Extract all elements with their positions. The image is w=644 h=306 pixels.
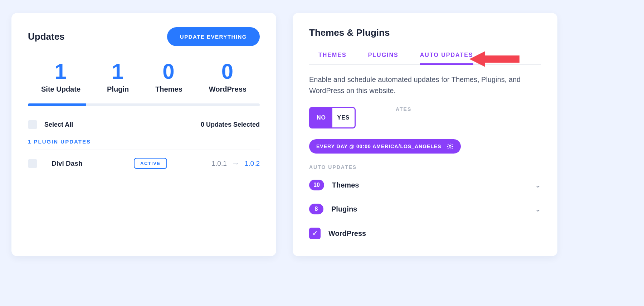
count-pill: 10 (309, 180, 324, 190)
updates-progress (28, 103, 260, 106)
chevron-down-icon: ⌄ (535, 205, 541, 213)
row-label: Themes (332, 181, 359, 189)
themes-plugins-panel: Themes & Plugins THEMES PLUGINS AUTO UPD… (293, 13, 557, 256)
schedule-pill[interactable]: EVERY DAY @ 00:00 AMERICA/LOS_ANGELES (309, 139, 461, 154)
select-all-checkbox[interactable] (28, 120, 37, 129)
chevron-down-icon: ⌄ (535, 181, 541, 189)
updates-panel: Updates UPDATE EVERYTHING 1 Site Update … (11, 13, 276, 256)
plugin-row-checkbox[interactable] (28, 159, 37, 168)
section-caption-enable: ATES (356, 106, 411, 112)
stat-label: Themes (155, 85, 182, 93)
svg-marker-0 (469, 51, 519, 67)
stat-label: WordPress (209, 85, 247, 93)
stat-plugin[interactable]: 1 Plugin (107, 59, 129, 93)
stat-value: 0 (155, 59, 182, 84)
themes-plugins-title: Themes & Plugins (309, 27, 541, 38)
auto-updates-description: Enable and schedule automated updates fo… (309, 74, 541, 96)
updates-selected-count: 0 Updates Selected (201, 121, 260, 128)
stat-label: Site Update (41, 85, 80, 93)
stat-site-update[interactable]: 1 Site Update (41, 59, 80, 93)
tab-themes[interactable]: THEMES (318, 52, 347, 64)
tab-auto-updates[interactable]: AUTO UPDATES (420, 52, 473, 65)
stat-label: Plugin (107, 85, 129, 93)
stat-wordpress[interactable]: 0 WordPress (209, 59, 247, 93)
callout-arrow-icon (469, 49, 519, 69)
select-row: Select All 0 Updates Selected (28, 120, 260, 129)
tab-plugins[interactable]: PLUGINS (368, 52, 399, 64)
row-label: WordPress (328, 229, 366, 238)
count-pill: 8 (309, 204, 323, 214)
updates-progress-fill (28, 103, 86, 106)
stats-row: 1 Site Update 1 Plugin 0 Themes 0 WordPr… (28, 59, 260, 93)
stat-value: 0 (209, 59, 247, 84)
auto-updates-row-plugins[interactable]: 8 Plugins ⌄ (309, 197, 541, 221)
plugin-updates-heading: 1 PLUGIN UPDATES (28, 139, 260, 145)
gear-icon[interactable] (447, 143, 454, 150)
row-label: Plugins (331, 205, 357, 213)
select-all-label: Select All (44, 121, 73, 128)
check-icon[interactable]: ✓ (309, 228, 321, 239)
version-wrap: 1.0.1 → 1.0.2 (211, 159, 260, 168)
updates-header: Updates UPDATE EVERYTHING (28, 27, 260, 46)
update-everything-button[interactable]: UPDATE EVERYTHING (167, 27, 260, 46)
arrow-right-icon: → (232, 159, 240, 168)
plugin-update-row: Divi Dash ACTIVE 1.0.1 → 1.0.2 (28, 158, 260, 169)
auto-updates-row-wordpress[interactable]: ✓ WordPress (309, 221, 541, 246)
auto-updates-row-themes[interactable]: 10 Themes ⌄ (309, 173, 541, 197)
updates-title: Updates (28, 31, 65, 42)
stat-themes[interactable]: 0 Themes (155, 59, 182, 93)
status-badge: ACTIVE (134, 158, 167, 169)
auto-updates-list: 10 Themes ⌄ 8 Plugins ⌄ ✓ WordPress (309, 173, 541, 246)
toggle-yes[interactable]: YES (332, 108, 355, 127)
divider (35, 150, 260, 150)
schedule-text: EVERY DAY @ 00:00 AMERICA/LOS_ANGELES (316, 144, 441, 149)
current-version: 1.0.1 (211, 160, 226, 167)
new-version: 1.0.2 (245, 160, 260, 167)
stat-value: 1 (107, 59, 129, 84)
svg-point-1 (449, 145, 451, 147)
toggle-no[interactable]: NO (310, 108, 332, 127)
plugin-name: Divi Dash (52, 160, 127, 167)
enable-auto-updates-toggle[interactable]: NO YES (309, 107, 356, 128)
tabs: THEMES PLUGINS AUTO UPDATES (309, 52, 541, 65)
stat-value: 1 (41, 59, 80, 84)
section-caption-auto-updates: AUTO UPDATES (309, 164, 541, 170)
